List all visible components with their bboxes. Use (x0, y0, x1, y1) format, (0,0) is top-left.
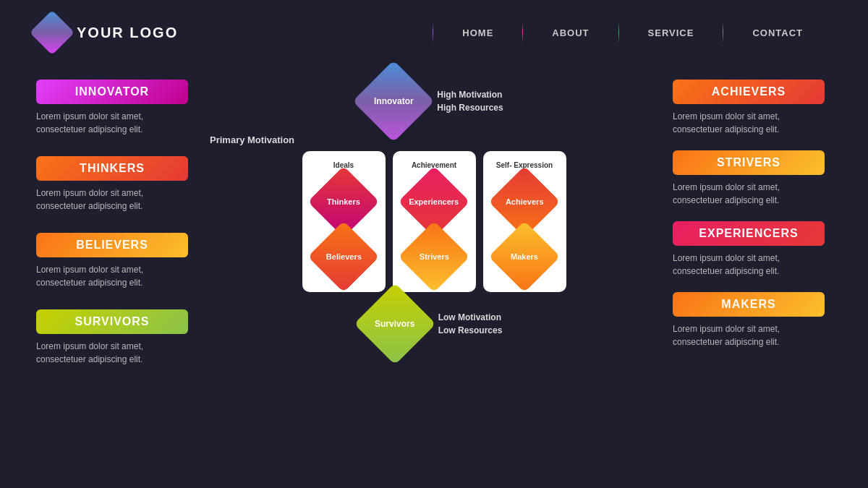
strivers-label: STRIVERS (673, 150, 825, 175)
experiencers-card-label: Experiencers (409, 197, 459, 206)
nav-links: HOME ABOUT SERVICE CONTACT (433, 22, 832, 43)
low-motivation-label: Low MotivationLow Resources (438, 311, 503, 337)
makers-label: MAKERS (673, 292, 825, 317)
right-item-strivers: STRIVERS Lorem ipsum dolor sit amet, con… (673, 150, 832, 207)
survivors-diamond-wrapper: Survivors (366, 295, 424, 353)
left-item-survivors: SURVIVORS Lorem ipsum dolor sit amet, co… (36, 309, 195, 366)
nav-home[interactable]: HOME (433, 27, 522, 38)
thinkers-label: THINKERS (36, 156, 188, 181)
main-content: INNOVATOR Lorem ipsum dolor sit amet, co… (0, 65, 868, 488)
innovator-desc: Lorem ipsum dolor sit amet, consectetuer… (36, 110, 195, 136)
nav-service[interactable]: SERVICE (619, 27, 723, 38)
strivers-card-label: Strivers (420, 252, 449, 261)
card-achievement: Achievement Experiencers Strivers (393, 151, 476, 292)
primary-motivation-label: Primary Motivation (210, 134, 294, 145)
makers-card-label: Makers (511, 252, 538, 261)
innovator-diamond (353, 60, 435, 142)
innovator-diamond-wrapper: Innovator (365, 72, 422, 130)
right-item-makers: MAKERS Lorem ipsum dolor sit amet, conse… (673, 292, 832, 348)
left-item-believers: BELIEVERS Lorem ipsum dolor sit amet, co… (36, 233, 195, 289)
nav-about[interactable]: ABOUT (523, 27, 618, 38)
believers-label: BELIEVERS (36, 233, 188, 257)
survivors-diamond (354, 283, 435, 364)
survivors-label: SURVIVORS (36, 309, 188, 334)
makers-card-diamond: Makers (489, 221, 561, 293)
navbar: YOUR LOGO HOME ABOUT SERVICE CONTACT (0, 0, 868, 65)
cards-row: Ideals Thinkers Believers Achievement Ex… (302, 151, 566, 292)
experiencers-desc: Lorem ipsum dolor sit amet, consectetuer… (673, 252, 832, 278)
thinkers-card-label: Thinkers (327, 197, 360, 206)
left-item-thinkers: THINKERS Lorem ipsum dolor sit amet, con… (36, 156, 195, 213)
nav-contact[interactable]: CONTACT (723, 27, 832, 38)
experiencers-label: EXPERIENCERS (673, 221, 825, 246)
card-self-expression: Self- Expression Achievers Makers (483, 151, 566, 292)
thinkers-desc: Lorem ipsum dolor sit amet, consectetuer… (36, 187, 195, 213)
strivers-desc: Lorem ipsum dolor sit amet, consectetuer… (673, 181, 832, 207)
makers-desc: Lorem ipsum dolor sit amet, consectetuer… (673, 322, 832, 348)
left-item-innovator: INNOVATOR Lorem ipsum dolor sit amet, co… (36, 80, 195, 136)
believers-card-diamond: Believers (308, 221, 380, 293)
center-column: Innovator High MotivationHigh Resources … (195, 65, 673, 488)
innovator-label: INNOVATOR (36, 80, 188, 104)
logo-text: YOUR LOGO (77, 25, 178, 41)
top-diamond-area: Innovator High MotivationHigh Resources (365, 72, 503, 130)
logo-area: YOUR LOGO (36, 17, 178, 48)
believers-desc: Lorem ipsum dolor sit amet, consectetuer… (36, 263, 195, 289)
right-item-experiencers: EXPERIENCERS Lorem ipsum dolor sit amet,… (673, 221, 832, 278)
bottom-diamond-area: Survivors Low MotivationLow Resources (366, 295, 503, 353)
achievers-card-label: Achievers (506, 197, 544, 206)
believers-card-label: Believers (326, 252, 362, 261)
strivers-card-diamond: Strivers (399, 221, 470, 293)
achievers-label: ACHIEVERS (673, 80, 825, 104)
left-column: INNOVATOR Lorem ipsum dolor sit amet, co… (36, 65, 195, 488)
logo-icon (30, 10, 75, 55)
card-ideals: Ideals Thinkers Believers (302, 151, 386, 292)
right-item-achievers: ACHIEVERS Lorem ipsum dolor sit amet, co… (673, 80, 832, 136)
survivors-desc: Lorem ipsum dolor sit amet, consectetuer… (36, 340, 195, 366)
achievers-desc: Lorem ipsum dolor sit amet, consectetuer… (673, 110, 832, 136)
high-motivation-label: High MotivationHigh Resources (437, 88, 503, 114)
right-column: ACHIEVERS Lorem ipsum dolor sit amet, co… (673, 65, 832, 488)
